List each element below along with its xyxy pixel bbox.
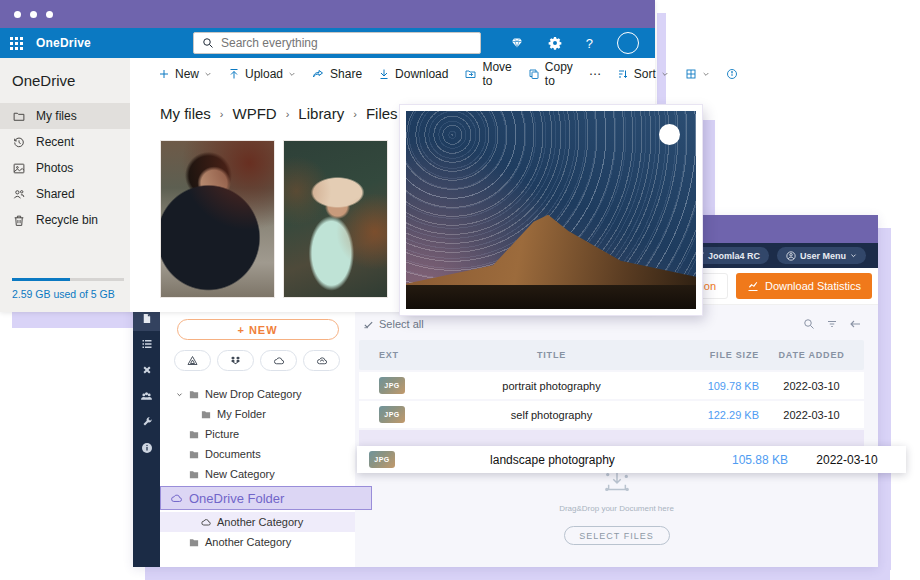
google-drive-button[interactable] [174, 350, 211, 371]
cloud-icon [200, 517, 212, 528]
search-files-button[interactable] [803, 318, 815, 330]
accent-strip [145, 567, 890, 580]
storage-bar-fill [12, 278, 70, 281]
view-button[interactable] [677, 68, 718, 80]
tree-item-new-drop-category[interactable]: New Drop Category [160, 384, 355, 404]
share-button[interactable]: Share [304, 67, 370, 81]
settings-nav-icon[interactable] [133, 409, 160, 435]
sidebar-item-recent[interactable]: Recent [0, 129, 130, 155]
dragged-file-row[interactable]: JPG landscape photography 105.88 KB 2022… [357, 446, 906, 473]
sidebar-item-shared[interactable]: Shared [0, 181, 130, 207]
chevron-down-icon [702, 70, 710, 78]
file-row[interactable]: JPG self photography 122.29 KB 2022-03-1… [359, 401, 864, 428]
storage-text: 2.59 GB used of 5 GB [12, 288, 124, 300]
select-all-icon [363, 319, 374, 330]
sidebar-item-recycle-bin[interactable]: Recycle bin [0, 207, 130, 233]
cloud-service-button[interactable] [303, 350, 340, 371]
window-control-dot[interactable] [30, 11, 37, 18]
tree-item-another-category[interactable]: Another Category [160, 532, 355, 552]
file-title: portrait photography [439, 380, 664, 392]
files-table: EXT TITLE FILE SIZE DATE ADDED JPG portr… [359, 340, 864, 457]
upload-icon [228, 68, 240, 80]
photo-portrait-photography[interactable] [160, 140, 275, 298]
breadcrumb-files[interactable]: Files [366, 105, 398, 122]
gear-icon [548, 36, 562, 50]
tree-item-documents[interactable]: Documents [160, 444, 355, 464]
files-area: Select all [355, 305, 878, 567]
more-button[interactable]: ⋯ [581, 67, 609, 81]
copy-to-button[interactable]: Copy to [520, 60, 581, 88]
back-button[interactable] [849, 318, 862, 330]
filter-button[interactable] [826, 318, 838, 330]
file-row[interactable]: JPG portrait photography 109.78 KB 2022-… [359, 372, 864, 399]
tree-item-another-category-cloud[interactable]: Another Category [160, 512, 372, 532]
search-box[interactable] [193, 32, 481, 54]
user-menu-button[interactable]: User Menu [777, 247, 866, 264]
file-date: 2022-03-10 [759, 409, 864, 421]
chevron-down-icon [204, 70, 212, 78]
sort-button[interactable]: Sort [609, 67, 677, 81]
new-category-button[interactable]: + NEW [177, 319, 339, 340]
folder-icon [188, 537, 200, 548]
list-icon [141, 338, 153, 350]
move-to-button[interactable]: Move to [456, 60, 519, 88]
dropzone[interactable]: Drag&Drop your Document here SELECT FILE… [355, 457, 878, 567]
select-files-button[interactable]: SELECT FILES [564, 526, 670, 545]
breadcrumb-library[interactable]: Library [298, 105, 344, 122]
category-panel: + NEW [160, 305, 355, 567]
moon-selection-circle [659, 124, 680, 145]
chevron-down-icon [288, 70, 296, 78]
app-launcher-icon[interactable] [10, 37, 23, 50]
new-button[interactable]: New [150, 67, 220, 81]
download-button[interactable]: Download [370, 67, 456, 81]
photo-landscape-photography[interactable] [400, 105, 702, 315]
photo-self-photography[interactable] [283, 140, 388, 298]
accent-strip [878, 228, 891, 570]
tree-item-onedrive-folder[interactable]: OneDrive Folder [160, 486, 372, 510]
details-button[interactable] [718, 68, 746, 80]
photo-icon [12, 162, 26, 175]
folder-icon [188, 469, 200, 480]
folder-icon [188, 449, 200, 460]
users-icon [140, 390, 153, 403]
onedrive-cloud-button[interactable] [260, 350, 297, 371]
grid-view-icon [685, 68, 697, 80]
avatar[interactable] [617, 32, 639, 54]
settings-button[interactable] [548, 36, 562, 50]
info-nav-icon[interactable] [133, 435, 160, 461]
tree-item-my-folder[interactable]: My Folder [160, 404, 355, 424]
search-input[interactable] [221, 36, 441, 50]
sidebar-item-photos[interactable]: Photos [0, 155, 130, 181]
window-control-dot[interactable] [14, 11, 21, 18]
file-title: self photography [439, 409, 664, 421]
select-all-button[interactable]: Select all [363, 318, 424, 330]
categories-nav-icon[interactable] [133, 331, 160, 357]
premium-button[interactable] [510, 37, 524, 49]
window-control-dot[interactable] [46, 11, 53, 18]
storage-meter: 2.59 GB used of 5 GB [12, 278, 124, 300]
dropbox-icon [229, 355, 242, 367]
sidebar-item-my-files[interactable]: My files [0, 103, 130, 129]
file-type-badge: JPG [379, 377, 405, 394]
move-folder-icon [464, 68, 477, 80]
users-nav-icon[interactable] [133, 383, 160, 409]
tree-item-new-category[interactable]: New Category [160, 464, 355, 484]
dropbox-button[interactable] [217, 350, 254, 371]
plugins-nav-icon[interactable] [133, 357, 160, 383]
breadcrumb-wpfd[interactable]: WPFD [233, 105, 277, 122]
chevron-down-icon [661, 70, 669, 78]
download-statistics-button[interactable]: Download Statistics [736, 273, 872, 299]
help-button[interactable]: ? [586, 36, 593, 51]
breadcrumb-separator: › [353, 108, 357, 120]
onedrive-header: OneDrive ? [0, 28, 655, 58]
breadcrumb-separator: › [286, 108, 290, 120]
header-ext: EXT [359, 350, 439, 360]
upload-button[interactable]: Upload [220, 67, 304, 81]
onedrive-sidebar: OneDrive My files Recent [0, 58, 130, 312]
tree-item-picture[interactable]: Picture [160, 424, 355, 444]
search-icon [803, 318, 815, 330]
breadcrumb-my-files[interactable]: My files [160, 105, 211, 122]
clock-icon [12, 136, 26, 149]
filter-icon [826, 318, 838, 330]
trash-icon [12, 214, 26, 227]
